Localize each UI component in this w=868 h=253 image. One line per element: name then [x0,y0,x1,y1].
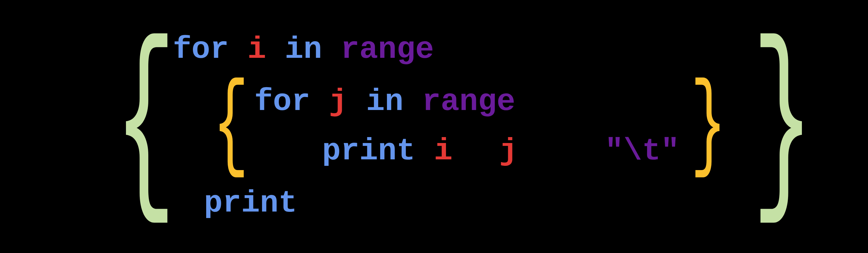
code-line-1: for i in range [173,34,755,65]
inner-brace-open-icon: { [213,89,249,164]
variable-j: j [329,86,347,117]
keyword-for: for [254,86,310,117]
string-tab: "\t" [605,136,679,167]
outer-block-content: for i in range { for j in range print i … [167,23,761,230]
outer-brace-open-icon: { [115,56,176,198]
keyword-for: for [173,34,229,65]
function-print: print [322,136,415,167]
variable-i: i [247,34,266,65]
code-line-4: print [173,188,755,219]
code-line-3: print i j "\t" [254,136,679,167]
inner-block: { for j in range print i j "\t" } [173,81,755,172]
function-range: range [341,34,434,65]
keyword-in: in [285,34,322,65]
function-range: range [422,86,515,117]
inner-block-content: for j in range print i j "\t" [246,81,688,172]
variable-j: j [499,136,518,167]
outer-brace-close-icon: } [752,56,813,198]
variable-i: i [434,136,453,167]
function-print: print [204,188,297,219]
inner-brace-close-icon: } [691,89,726,164]
code-line-2: for j in range [254,86,679,117]
keyword-in: in [366,86,403,117]
code-block: { for i in range { for j in range print … [54,23,868,230]
